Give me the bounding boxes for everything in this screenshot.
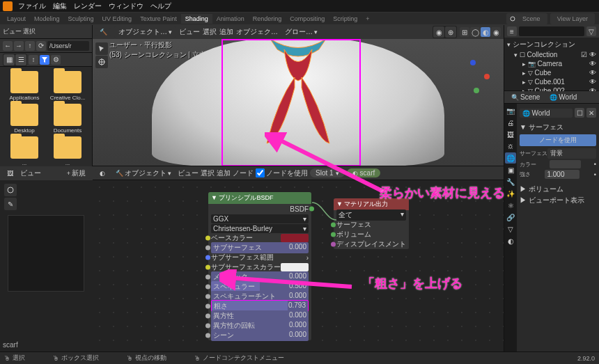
vp-view-menu[interactable]: ビュー	[179, 27, 200, 37]
overlay-toggle-icon[interactable]: ◉	[433, 26, 444, 38]
3d-viewport[interactable]: 🔨 オブジェクト… ▾ ビュー 選択 追加 オブジェク… グロー… ▾ ◉ ⊕ …	[93, 25, 504, 166]
outliner-type-icon[interactable]: ≡	[507, 26, 517, 36]
data-tab-icon[interactable]: ▽	[505, 223, 516, 235]
sss-color-swatch[interactable]	[281, 263, 309, 271]
constraint-tab-icon[interactable]: 🔗	[505, 212, 516, 223]
ne-select-menu[interactable]: 選択	[201, 168, 215, 178]
cursor-tool-icon[interactable]	[95, 56, 108, 68]
ne-add-menu[interactable]: 追加	[217, 168, 231, 178]
new-world-icon[interactable]: ☐	[575, 108, 584, 118]
collection-row[interactable]: ▾ ☐ Collection☑ 👁	[507, 50, 596, 59]
iv-editor-type-icon[interactable]: 🖼	[3, 169, 17, 177]
tab-uvediting[interactable]: UV Editing	[98, 14, 137, 24]
output-target-select[interactable]: 全て▾	[336, 209, 406, 221]
unlink-icon[interactable]: ✕	[586, 108, 596, 118]
wireframe-icon[interactable]: ⊞	[460, 27, 469, 37]
sss-method-select[interactable]: Christensen-Burley▾	[211, 224, 309, 233]
tab-texturepaint[interactable]: Texture Paint	[136, 14, 181, 24]
object-tab-icon[interactable]: ▣	[505, 164, 516, 175]
scene-selector[interactable]: Scene	[506, 13, 547, 24]
world-color-swatch[interactable]	[550, 160, 581, 168]
menu-edit[interactable]: 編集	[53, 1, 67, 11]
image-canvas[interactable]	[8, 215, 84, 292]
iv-new-button[interactable]: + 新規	[63, 168, 90, 179]
nav-refresh-icon[interactable]: ⟳	[36, 41, 46, 51]
principled-bsdf-node[interactable]: ▼ プリンシプルBSDF BSDF GGX▾ Christensen-Burle…	[208, 191, 312, 341]
surface-type[interactable]: 背景	[547, 148, 596, 159]
solid-icon[interactable]: ◯	[470, 27, 480, 37]
world-prop[interactable]: 🌐 World	[545, 93, 581, 102]
material-tab-icon[interactable]: ◐	[505, 235, 516, 246]
folder-item[interactable]: Documents	[47, 104, 88, 134]
nav-back-icon[interactable]: ←	[3, 41, 13, 51]
menu-file[interactable]: ファイル	[18, 1, 46, 11]
tab-modeling[interactable]: Modeling	[30, 14, 64, 24]
nav-gizmo[interactable]	[455, 60, 490, 95]
scene-prop-pin[interactable]: 🔍 Scene	[507, 93, 544, 102]
nav-fwd-icon[interactable]: →	[14, 41, 24, 51]
grid-icon[interactable]: ▦	[3, 54, 15, 65]
world-tab-icon[interactable]: 🌐	[505, 152, 516, 164]
output-tab-icon[interactable]: 🖨	[505, 117, 516, 128]
path-field[interactable]: /Users/r	[47, 41, 89, 51]
sheen-slider[interactable]: シーン0.000	[211, 330, 309, 341]
filter-icon[interactable]	[40, 55, 49, 65]
camera-row[interactable]: ▸ 📷 Camera👁	[507, 59, 596, 68]
scene-tab-icon[interactable]: ⛭	[505, 141, 516, 152]
tab-shading[interactable]: Shading	[181, 14, 212, 24]
render-tab-icon[interactable]: 📷	[505, 105, 516, 116]
world-datablock[interactable]: 🌐 World	[520, 109, 573, 118]
filebrowser-select[interactable]: 選択	[23, 27, 36, 36]
vp-object-menu[interactable]: オブジェク…	[236, 27, 278, 37]
folder-item[interactable]: Desktop	[4, 104, 45, 134]
vp-select-menu[interactable]: 選択	[203, 27, 217, 37]
tab-add[interactable]: +	[361, 14, 373, 24]
nav-up-icon[interactable]: ↑	[25, 41, 35, 51]
folder-item[interactable]: ...	[47, 136, 88, 166]
subsurface-slider[interactable]: サブサーフェス0.000	[211, 242, 309, 253]
material-selector[interactable]: ◐ scarf	[347, 168, 381, 177]
menu-window[interactable]: ウィンドウ	[109, 1, 143, 11]
ne-mode-selector[interactable]: 🔨 オブジェクト ▾	[111, 168, 176, 179]
tab-sculpting[interactable]: Sculpting	[64, 14, 98, 24]
ne-view-menu[interactable]: ビュー	[178, 168, 199, 178]
iv-cursor-icon[interactable]	[4, 184, 17, 196]
folder-item[interactable]: Creative Clo...	[47, 71, 88, 101]
iv-view-menu[interactable]: ビュー	[20, 168, 41, 178]
modifier-tab-icon[interactable]: 🔧	[505, 176, 516, 187]
menu-help[interactable]: ヘルプ	[150, 1, 171, 11]
folder-item[interactable]: Applications	[4, 71, 45, 101]
outliner-search[interactable]	[519, 26, 584, 36]
tab-layout[interactable]: Layout	[3, 14, 30, 24]
rendered-icon[interactable]: ◉	[491, 27, 501, 37]
use-nodes-checkbox[interactable]	[256, 168, 265, 177]
material-output-node[interactable]: ▼ マテリアル出力 全て▾ サーフェス ボリューム ディスプレイスメント	[333, 198, 410, 250]
distribution-select[interactable]: GGX▾	[211, 214, 309, 223]
editor-type-icon[interactable]: 🔨	[95, 28, 111, 36]
settings-icon[interactable]: ⚙	[51, 55, 61, 65]
menu-render[interactable]: レンダー	[74, 1, 102, 11]
physics-tab-icon[interactable]: ⚛	[505, 200, 516, 211]
basecolor-swatch[interactable]	[281, 234, 309, 242]
particle-tab-icon[interactable]: ✨	[505, 188, 516, 199]
tab-animation[interactable]: Animation	[212, 14, 249, 24]
ne-editor-type-icon[interactable]: ◐	[95, 169, 109, 177]
tab-compositing[interactable]: Compositing	[286, 14, 329, 24]
cube-row[interactable]: ▸ ▽ Cube👁	[507, 68, 596, 77]
ne-node-menu[interactable]: ノード	[233, 168, 254, 178]
select-tool-icon[interactable]	[95, 42, 108, 55]
gizmo-toggle-icon[interactable]: ⊕	[445, 26, 456, 38]
filebrowser-view[interactable]: ビュー	[3, 27, 22, 36]
shader-node-editor[interactable]: ◐ 🔨 オブジェクト ▾ ビュー 選択 追加 ノード ノードを使用 Slot 1…	[93, 166, 504, 351]
viewlayer-selector[interactable]: View Layer	[550, 13, 595, 24]
display-mode[interactable]: ▦ ☰	[3, 54, 27, 66]
viewlayer-tab-icon[interactable]: 🖼	[505, 129, 516, 140]
world-strength-slider[interactable]: 1.000	[545, 170, 579, 179]
folder-item[interactable]: ...	[4, 136, 45, 166]
tab-rendering[interactable]: Rendering	[249, 14, 286, 24]
slot-selector[interactable]: Slot 1 ▾	[310, 168, 345, 177]
tab-scripting[interactable]: Scripting	[329, 14, 361, 24]
scene-collection-row[interactable]: ▾ シーンコレクション	[507, 39, 596, 50]
orientation-selector[interactable]: グロー… ▾	[281, 26, 322, 38]
outliner[interactable]: ≡ ▽ ▾ シーンコレクション ▾ ☐ Collection☑ 👁 ▸ 📷 Ca…	[504, 25, 599, 91]
